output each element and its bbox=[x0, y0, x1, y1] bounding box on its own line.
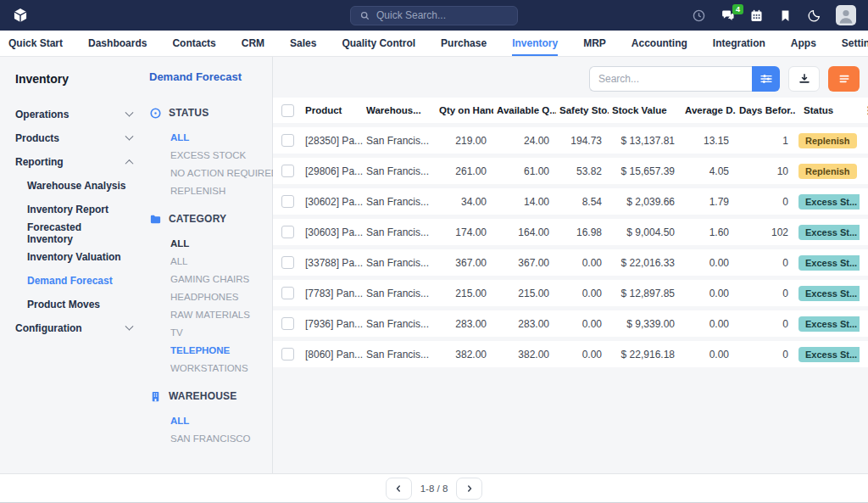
row-menu-cell bbox=[860, 188, 868, 215]
cell-stock-value: $ 15,657.39 bbox=[609, 158, 682, 184]
sidebar-item[interactable]: Inventory Report bbox=[15, 198, 136, 221]
main-nav-item[interactable]: Sales bbox=[290, 31, 316, 56]
filter-group-category: CATEGORY bbox=[149, 210, 278, 228]
cell-days: 0 bbox=[736, 249, 795, 276]
prev-page-button[interactable] bbox=[386, 478, 412, 500]
row-checkbox[interactable] bbox=[281, 134, 294, 147]
main-nav-item[interactable]: Quick Start bbox=[8, 31, 63, 56]
row-menu-cell bbox=[860, 219, 868, 245]
chevron-icon bbox=[125, 108, 134, 116]
col-warehouse[interactable]: Warehous... bbox=[363, 98, 436, 123]
main-nav-item[interactable]: Purchase bbox=[441, 31, 487, 56]
filter-option[interactable]: EXCESS STOCK bbox=[149, 146, 278, 164]
pagination-bar: 1-8 / 8 bbox=[0, 473, 868, 503]
sidebar-item[interactable]: Forecasted Inventory bbox=[15, 221, 136, 245]
row-checkbox[interactable] bbox=[281, 348, 294, 360]
main-nav-item[interactable]: Inventory bbox=[512, 31, 558, 56]
filter-option[interactable]: HEADPHONES bbox=[149, 288, 278, 305]
chevron-icon bbox=[126, 254, 132, 260]
filter-option[interactable]: ALL bbox=[149, 128, 278, 146]
dark-mode-moon-icon[interactable] bbox=[807, 8, 821, 23]
row-menu-cell bbox=[860, 127, 868, 154]
calendar-icon[interactable] bbox=[749, 8, 764, 23]
main-nav-item[interactable]: Apps bbox=[791, 31, 816, 56]
sidebar-item[interactable]: Warehouse Analysis bbox=[15, 174, 136, 198]
row-checkbox[interactable] bbox=[281, 287, 294, 299]
main-nav-item[interactable]: Dashboards bbox=[88, 31, 147, 56]
sidebar-item[interactable]: Operations bbox=[15, 103, 136, 126]
column-menu-icon[interactable]: ⋮ bbox=[860, 98, 868, 123]
cell-safety: 0.00 bbox=[556, 249, 609, 276]
col-stock-value[interactable]: Stock Value bbox=[609, 98, 682, 123]
cell-days: 1 bbox=[736, 127, 795, 154]
main-nav-item[interactable]: Quality Control bbox=[342, 31, 415, 56]
table-row[interactable]: [8060] Pan... San Francis... 382.00 382.… bbox=[273, 341, 868, 367]
download-button[interactable] bbox=[788, 66, 820, 92]
building-icon bbox=[149, 390, 162, 403]
list-view-button[interactable] bbox=[828, 66, 860, 92]
cell-average: 1.60 bbox=[682, 219, 736, 245]
main-nav-item[interactable]: Settings bbox=[842, 31, 868, 56]
select-all-checkbox[interactable] bbox=[281, 104, 294, 117]
filter-option[interactable]: ALL bbox=[149, 234, 278, 252]
filter-option[interactable]: ALL bbox=[149, 252, 278, 270]
filter-option[interactable]: RAW MATERIALS bbox=[149, 305, 278, 323]
sidebar-item[interactable]: Inventory Valuation bbox=[15, 245, 136, 269]
cell-available: 164.00 bbox=[493, 219, 556, 245]
table-row[interactable]: [33788] Pa... San Francis... 367.00 367.… bbox=[273, 249, 868, 276]
filter-option[interactable]: TV bbox=[149, 323, 278, 341]
filter-option[interactable]: REPLENISH bbox=[149, 182, 278, 199]
right-pane: Product Warehous... Qty on Hand Availabl… bbox=[273, 57, 868, 473]
table-row[interactable]: [28350] Pa... San Francis... 219.00 24.0… bbox=[273, 127, 868, 154]
col-safety-stock[interactable]: Safety Sto... bbox=[556, 98, 609, 123]
row-checkbox[interactable] bbox=[281, 317, 294, 330]
col-qty-on-hand[interactable]: Qty on Hand bbox=[436, 98, 493, 123]
next-page-button[interactable] bbox=[456, 478, 482, 500]
row-checkbox[interactable] bbox=[281, 226, 294, 238]
user-avatar[interactable] bbox=[836, 5, 856, 25]
table-row[interactable]: [7936] Pan... San Francis... 283.00 283.… bbox=[273, 310, 868, 337]
row-checkbox[interactable] bbox=[281, 165, 294, 177]
table-row[interactable]: [7783] Pan... San Francis... 215.00 215.… bbox=[273, 280, 868, 306]
filter-option[interactable]: SAN FRANCISCO bbox=[149, 429, 278, 447]
sidebar-item[interactable]: Reporting bbox=[15, 150, 136, 174]
messages-icon[interactable]: 4 bbox=[721, 8, 735, 23]
table-row[interactable]: [30603] Pa... San Francis... 174.00 164.… bbox=[273, 219, 868, 245]
cell-qty: 215.00 bbox=[436, 280, 493, 306]
col-average[interactable]: Average D... bbox=[682, 98, 736, 123]
col-days-before[interactable]: Days Befor... bbox=[736, 98, 795, 123]
col-product[interactable]: Product bbox=[302, 98, 363, 123]
table-row[interactable]: [29806] Pa... San Francis... 261.00 61.0… bbox=[273, 158, 868, 184]
row-checkbox[interactable] bbox=[281, 195, 294, 208]
main-nav-item[interactable]: Accounting bbox=[632, 31, 687, 56]
bookmark-icon[interactable] bbox=[778, 8, 793, 23]
filter-option[interactable]: ALL bbox=[149, 411, 278, 429]
search-input[interactable] bbox=[589, 66, 752, 92]
col-status[interactable]: Status bbox=[795, 98, 860, 123]
main-nav-item[interactable]: Integration bbox=[713, 31, 765, 56]
sidebar-item[interactable]: Demand Forecast bbox=[15, 269, 136, 293]
main-nav-item[interactable]: MRP bbox=[583, 31, 606, 56]
cell-warehouse: San Francis... bbox=[363, 219, 436, 245]
table-row[interactable]: [30602] Pa... San Francis... 34.00 14.00… bbox=[273, 188, 868, 215]
sidebar-item[interactable]: Configuration bbox=[15, 316, 136, 340]
clock-icon[interactable] bbox=[692, 8, 706, 23]
filter-group-title: CATEGORY bbox=[169, 213, 226, 225]
sidebar-item[interactable]: Products bbox=[15, 126, 136, 150]
filter-option[interactable]: WORKSTATIONS bbox=[149, 359, 278, 377]
row-checkbox[interactable] bbox=[281, 256, 294, 269]
quick-search[interactable]: Quick Search... bbox=[350, 6, 518, 25]
filter-option[interactable]: GAMING CHAIRS bbox=[149, 270, 278, 288]
filter-option[interactable]: TELEPHONE bbox=[149, 341, 278, 359]
filter-button[interactable] bbox=[752, 66, 780, 92]
cell-safety: 194.73 bbox=[556, 127, 609, 154]
status-badge: Excess St... bbox=[798, 347, 860, 362]
sidebar-item[interactable]: Product Moves bbox=[15, 293, 136, 316]
col-available-qty[interactable]: Available Q... bbox=[493, 98, 556, 123]
folder-icon bbox=[149, 213, 162, 226]
filter-group-warehouse: WAREHOUSE bbox=[149, 387, 278, 405]
app-logo-cube-icon[interactable] bbox=[12, 7, 29, 24]
filter-option[interactable]: NO ACTION REQUIRED bbox=[149, 164, 278, 182]
main-nav-item[interactable]: Contacts bbox=[172, 31, 215, 56]
main-nav-item[interactable]: CRM bbox=[242, 31, 264, 56]
